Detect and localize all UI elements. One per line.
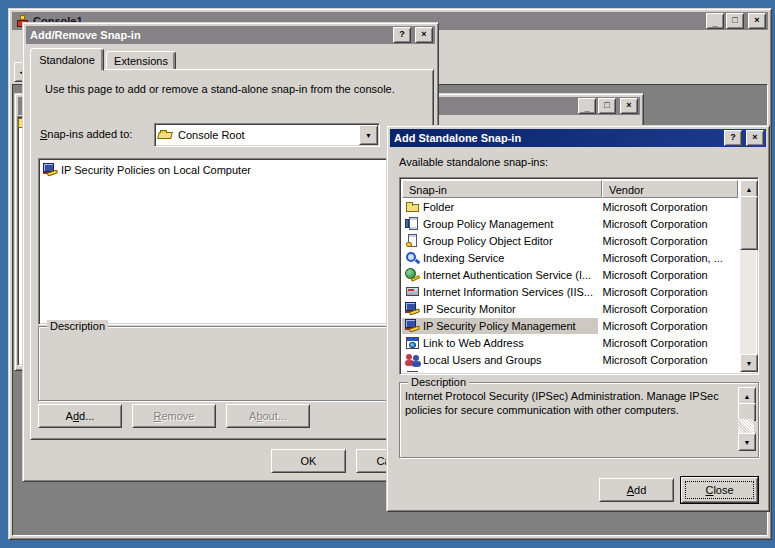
remove-snapin-button: Remove xyxy=(132,404,216,428)
instruction-text: Use this page to add or remove a stand-a… xyxy=(45,83,415,95)
description-scrollbar[interactable]: ▲ ▼ xyxy=(738,387,754,451)
close-button[interactable]: × xyxy=(748,13,766,29)
iis-icon xyxy=(405,284,421,300)
group-policy-editor-icon xyxy=(405,233,421,249)
local-users-icon xyxy=(405,352,421,368)
listview-scrollbar[interactable]: ▲ ▼ xyxy=(740,180,756,372)
help-button[interactable]: ? xyxy=(724,130,742,146)
description-groupbox: Description Internet Protocol Security (… xyxy=(399,382,759,458)
table-row[interactable]: Group Policy Object Editor Microsoft Cor… xyxy=(402,232,738,249)
scroll-down-button[interactable]: ▼ xyxy=(738,433,756,451)
add-remove-snapin-dialog: Add/Remove Snap-in ? × Standalone Extens… xyxy=(22,22,439,482)
listview-rows: Folder Microsoft Corporation Group Polic… xyxy=(402,198,738,372)
added-snapins-listbox[interactable]: IP Security Policies on Local Computer xyxy=(38,158,433,325)
scrollbar-thumb[interactable] xyxy=(740,196,758,250)
ipsec-icon xyxy=(405,301,421,317)
add-standalone-title-bar: Add Standalone Snap-in ? × xyxy=(390,129,766,147)
available-snapins-label: Available standalone snap-ins: xyxy=(399,156,548,168)
add-standalone-snapin-dialog: Add Standalone Snap-in ? × Available sta… xyxy=(386,125,770,512)
column-header-vendor[interactable]: Vendor xyxy=(602,180,738,198)
console-root-combobox[interactable]: Console Root ▼ xyxy=(154,123,380,147)
snapins-listview: Snap-in Vendor Folder Microsoft Corporat… xyxy=(399,177,759,375)
group-policy-management-icon xyxy=(405,216,421,232)
description-group-label: Description xyxy=(408,376,469,389)
description-text: Internet Protocol Security (IPSec) Admin… xyxy=(405,389,731,417)
combobox-value: Console Root xyxy=(174,129,245,141)
add-remove-title-bar: Add/Remove Snap-in ? × xyxy=(26,26,435,44)
table-row[interactable]: IP Security Monitor Microsoft Corporatio… xyxy=(402,300,738,317)
table-row[interactable]: IP Security Policy Management Microsoft … xyxy=(402,317,738,334)
add-snapin-button[interactable]: Add... xyxy=(38,404,122,428)
snapins-added-to-label: Snap-ins added to: xyxy=(40,128,132,140)
child-minimize-button[interactable]: _ xyxy=(578,98,596,114)
table-row[interactable]: Group Policy Management Microsoft Corpor… xyxy=(402,215,738,232)
dialog-close-button[interactable]: × xyxy=(415,27,433,43)
minimize-button[interactable]: _ xyxy=(706,13,724,29)
partial-icon xyxy=(405,369,421,373)
ok-button[interactable]: OK xyxy=(271,449,346,473)
table-row[interactable]: Internet Information Services (IIS... Mi… xyxy=(402,283,738,300)
description-groupbox: Description xyxy=(38,326,429,401)
tab-extensions[interactable]: Extensions xyxy=(106,51,176,71)
table-row[interactable]: Folder Microsoft Corporation xyxy=(402,198,738,215)
about-snapin-button: About... xyxy=(226,404,310,428)
close-button[interactable]: Close xyxy=(681,477,758,503)
add-standalone-title: Add Standalone Snap-in xyxy=(394,132,724,144)
combobox-dropdown-button[interactable]: ▼ xyxy=(359,125,378,145)
table-row[interactable]: Internet Authentication Service (I... Mi… xyxy=(402,266,738,283)
ipsec-icon xyxy=(43,162,59,178)
maximize-button[interactable]: □ xyxy=(726,13,744,29)
table-row[interactable] xyxy=(402,368,738,372)
snapin-list-item[interactable]: IP Security Policies on Local Computer xyxy=(41,161,430,178)
help-button[interactable]: ? xyxy=(393,27,411,43)
listview-header: Snap-in Vendor xyxy=(402,180,738,198)
child-close-button[interactable]: × xyxy=(620,98,638,114)
dialog-close-button[interactable]: × xyxy=(746,130,764,146)
ipsec-icon xyxy=(405,318,421,334)
internet-auth-icon xyxy=(405,267,421,283)
scroll-down-button[interactable]: ▼ xyxy=(740,354,758,372)
child-maximize-button[interactable]: □ xyxy=(598,98,616,114)
table-row[interactable]: Link to Web Address Microsoft Corporatio… xyxy=(402,334,738,351)
standalone-tab-page: Use this page to add or remove a stand-a… xyxy=(30,69,434,440)
table-row[interactable]: Indexing Service Microsoft Corporation, … xyxy=(402,249,738,266)
description-group-label: Description xyxy=(47,320,108,333)
indexing-service-icon xyxy=(405,250,421,266)
close-button-default-ring: Close xyxy=(680,476,759,504)
table-row[interactable]: Local Users and Groups Microsoft Corpora… xyxy=(402,351,738,368)
tab-standalone[interactable]: Standalone xyxy=(30,48,104,71)
add-remove-title: Add/Remove Snap-in xyxy=(30,29,393,41)
open-folder-icon xyxy=(158,127,174,143)
web-link-icon xyxy=(405,335,421,351)
folder-icon xyxy=(405,199,421,215)
add-button[interactable]: Add xyxy=(599,478,674,502)
column-header-snapin[interactable]: Snap-in xyxy=(402,180,602,198)
